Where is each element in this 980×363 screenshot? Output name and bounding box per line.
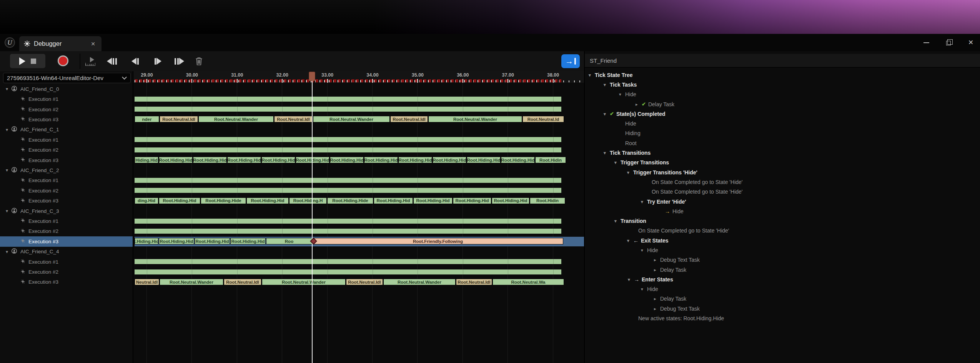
state-segment[interactable]: Root.Neutral.Idl xyxy=(346,279,383,285)
state-tree-row[interactable]: ▸✔Delay Task xyxy=(585,99,980,109)
state-tree-row[interactable]: ▾Hiding xyxy=(585,129,980,138)
caret-right-icon[interactable]: ▸ xyxy=(654,257,660,263)
state-segment[interactable]: Neutral.Idl xyxy=(135,279,159,285)
state-segment[interactable]: nder xyxy=(135,116,159,122)
execution-activity-bar[interactable] xyxy=(135,178,561,183)
agent-row[interactable]: ▾AIC_Friend_C_1 xyxy=(0,125,133,135)
minimize-button[interactable] xyxy=(920,37,932,49)
execution-activity-bar[interactable] xyxy=(135,97,561,102)
tab-close-icon[interactable]: ✕ xyxy=(89,40,97,48)
clear-recording-button[interactable] xyxy=(195,55,203,67)
state-tree-row[interactable]: ▾Tick Tasks xyxy=(585,80,980,89)
execution-row[interactable]: Execution #3 xyxy=(0,236,133,246)
execution-activity-bar[interactable] xyxy=(135,219,561,224)
record-button[interactable] xyxy=(58,55,68,66)
close-button[interactable]: ✕ xyxy=(965,37,977,49)
state-segment[interactable]: Root.Neutral.Wander xyxy=(262,279,346,285)
execution-row[interactable]: Execution #3 xyxy=(0,277,133,287)
step-forward-button[interactable] xyxy=(154,55,161,67)
caret-down-icon[interactable]: ▾ xyxy=(614,218,621,224)
state-segment[interactable]: Root.Hiding.Hid xyxy=(433,157,466,163)
jump-to-end-button[interactable]: → xyxy=(561,54,580,68)
state-segment[interactable]: Root.Hidin xyxy=(535,157,566,163)
caret-down-icon[interactable]: ▾ xyxy=(641,248,647,253)
caret-down-icon[interactable]: ▾ xyxy=(627,170,633,175)
execution-row[interactable]: Execution #2 xyxy=(0,267,133,277)
state-segment[interactable]: Root.Hiding.H xyxy=(289,197,327,204)
state-tree-row[interactable]: ▸Debug Text Task xyxy=(585,255,980,265)
caret-down-icon[interactable]: ▾ xyxy=(614,160,621,165)
caret-right-icon[interactable]: ▸ xyxy=(654,306,660,311)
caret-down-icon[interactable]: ▾ xyxy=(641,286,647,292)
step-simulation-button[interactable] xyxy=(85,55,95,67)
state-tree-row[interactable]: ▾On State Completed go to State 'Hide' xyxy=(585,177,980,187)
state-segment[interactable]: Root.Neutral.Id xyxy=(522,116,564,122)
state-tree-row[interactable]: ▾Transition xyxy=(585,216,980,226)
state-segment[interactable]: Root.Hiding.Hid xyxy=(159,238,194,244)
state-segment[interactable]: Root.Neutral.Wander xyxy=(198,116,274,122)
state-segment[interactable]: Root.Hiding.Hid xyxy=(261,157,295,163)
state-tree-row[interactable]: ▸Delay Task xyxy=(585,265,980,274)
caret-down-icon[interactable]: ▾ xyxy=(619,92,625,97)
caret-down-icon[interactable]: ▾ xyxy=(627,238,633,243)
state-segment[interactable]: Root.Hiding.Hid xyxy=(227,157,261,163)
caret-down-icon[interactable]: ▾ xyxy=(589,72,595,78)
state-tree-row[interactable]: ▸Delay Task xyxy=(585,294,980,304)
execution-activity-bar[interactable] xyxy=(135,137,561,142)
state-segment[interactable]: Root.Hiding.Hide xyxy=(201,197,246,204)
state-segment[interactable]: Root.Hiding.Hid xyxy=(364,157,398,163)
state-segment[interactable]: Root.Hiding.Hid xyxy=(193,157,227,163)
caret-right-icon[interactable]: ▸ xyxy=(636,102,642,107)
state-tree-row[interactable]: ▾→Enter States xyxy=(585,274,980,284)
state-segment[interactable]: Roo xyxy=(266,238,312,244)
execution-row[interactable]: Execution #1 xyxy=(0,94,133,104)
state-tree-row[interactable]: ▾→Hide xyxy=(585,206,980,216)
tab-debugger[interactable]: Debugger ✕ xyxy=(19,36,101,51)
state-segment[interactable]: Root.Hiding.Hid xyxy=(398,157,432,163)
execution-row[interactable]: Execution #3 xyxy=(0,155,133,165)
execution-activity-bar[interactable] xyxy=(135,269,561,274)
caret-down-icon[interactable]: ▾ xyxy=(641,199,647,204)
state-segment[interactable]: Root.Hiding.Hid xyxy=(453,197,491,204)
state-segment[interactable]: Root.Hiding.Hid xyxy=(374,197,413,204)
execution-activity-bar[interactable] xyxy=(135,188,561,193)
state-tree-row[interactable]: ▾On State Completed go to State 'Hide' xyxy=(585,187,980,197)
state-segment[interactable]: Root.Neutral.Wander xyxy=(313,116,390,122)
agent-row[interactable]: ▾AIC_Friend_C_4 xyxy=(0,247,133,257)
stop-button[interactable] xyxy=(31,59,36,64)
state-segment[interactable]: Root.Hiding.Hid xyxy=(467,157,501,163)
agent-row[interactable]: ▾AIC_Friend_C_0 xyxy=(0,84,133,94)
state-tree-row[interactable]: ▾Try Enter 'Hide' xyxy=(585,197,980,206)
agent-row[interactable]: ▾AIC_Friend_C_2 xyxy=(0,165,133,175)
execution-activity-bar[interactable] xyxy=(135,107,561,112)
state-segment[interactable]: Root.Neutral.Wa xyxy=(492,279,564,285)
state-segment[interactable]: Root.Hiding.Hid xyxy=(159,197,200,204)
state-tree-row[interactable]: ▾←Exit States xyxy=(585,236,980,245)
state-segment[interactable]: Root.Hiding.Hid xyxy=(246,197,289,204)
step-forward-fast-button[interactable] xyxy=(174,55,184,67)
state-segment[interactable]: Root.Hiding.Hid xyxy=(501,157,535,163)
state-segment[interactable]: Root.Hiding.Hid xyxy=(330,157,364,163)
state-segment[interactable]: Root.Neutral.Wander xyxy=(428,116,522,122)
state-segment[interactable]: Root.Hiding.Hide xyxy=(327,197,373,204)
state-tree-row[interactable]: ▾Trigger Transitions xyxy=(585,158,980,167)
execution-row[interactable]: Execution #1 xyxy=(0,135,133,145)
state-tree-row[interactable]: ▾Tick Transitions xyxy=(585,148,980,157)
state-tree-row[interactable]: ▾Hide xyxy=(585,284,980,294)
state-segment[interactable]: Root.Hidin xyxy=(530,197,565,204)
caret-down-icon[interactable]: ▾ xyxy=(604,150,610,156)
execution-row[interactable]: Execution #2 xyxy=(0,186,133,196)
caret-down-icon[interactable]: ▾ xyxy=(628,277,634,282)
execution-row[interactable]: Execution #3 xyxy=(0,196,133,206)
state-tree-row[interactable]: ▾Hide xyxy=(585,245,980,255)
execution-row[interactable]: Execution #3 xyxy=(0,114,133,124)
execution-row[interactable]: Execution #1 xyxy=(0,257,133,267)
caret-down-icon[interactable]: ▾ xyxy=(604,111,610,117)
caret-right-icon[interactable]: ▸ xyxy=(654,296,660,301)
execution-row[interactable]: Execution #2 xyxy=(0,104,133,114)
state-tree-row[interactable]: ▾Hide xyxy=(585,90,980,99)
state-segment[interactable]: Root.Neutral.Idl xyxy=(390,116,428,122)
state-segment[interactable]: Root.Neutral.Wander xyxy=(160,279,223,285)
state-segment[interactable]: Root.Hiding.Hid xyxy=(492,197,529,204)
state-segment[interactable]: Root.Hiding.Hid xyxy=(230,238,266,244)
